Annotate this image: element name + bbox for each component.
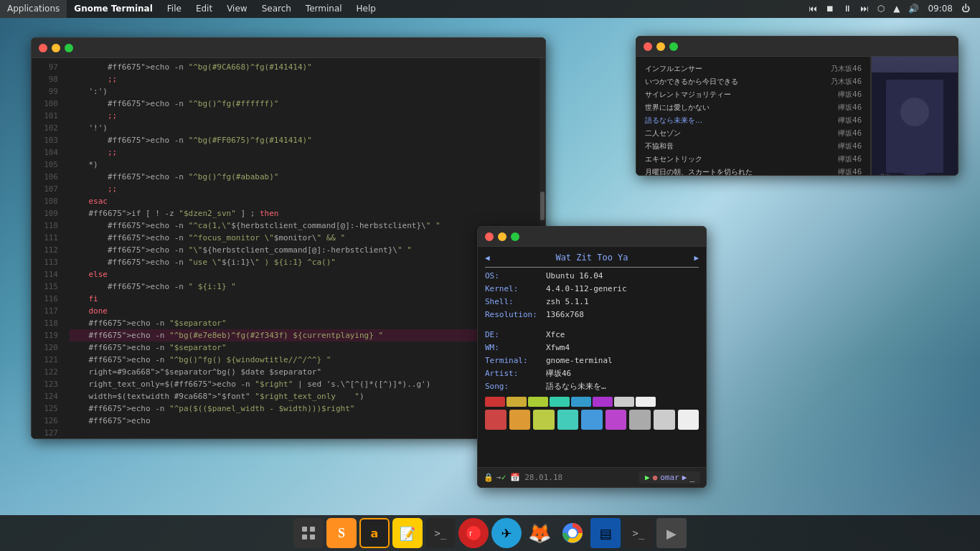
taskbar-amazon[interactable]: a: [359, 518, 390, 548]
music-item-artist: 乃木坂46: [831, 64, 862, 74]
line-number: 114: [32, 268, 58, 281]
color-swatch: [528, 397, 548, 407]
taskbar-terminal2[interactable]: >_: [623, 518, 654, 548]
music-body: インフルエンサー乃木坂46いつかできるから今日できる乃木坂46サイレントマジョリ…: [636, 57, 958, 176]
menu-terminal[interactable]: Terminal: [298, 0, 349, 18]
menu-file[interactable]: File: [160, 0, 189, 18]
music-list-item[interactable]: いつかできるから今日できる乃木坂46: [642, 75, 864, 88]
menu-edit[interactable]: Edit: [189, 0, 220, 18]
music-list-item[interactable]: エキセントリック欅坂46: [642, 153, 864, 166]
code-line: #ff6675">echo -n " ${i:1} ": [70, 281, 534, 293]
color-swatch-large: [509, 410, 531, 430]
fetch-colors-row2: [485, 410, 699, 430]
music-item-artist: 欅坂46: [838, 116, 862, 126]
fetch-song-label: Song:: [485, 381, 546, 392]
line-number: 112: [32, 244, 58, 256]
fetch-terminal-value: gnome-terminal: [546, 355, 613, 367]
fetch-min-btn[interactable]: [498, 232, 507, 241]
code-line: else: [70, 268, 534, 281]
music-titlebar: [636, 37, 958, 57]
line-number: 123: [32, 378, 58, 390]
music-item-artist: 欅坂46: [838, 154, 862, 164]
line-number: 109: [32, 207, 58, 220]
taskbar-sublime[interactable]: S: [326, 518, 357, 548]
fetch-status-left: 🔒 →: [484, 473, 501, 482]
svg-point-9: [466, 526, 481, 540]
music-list-item[interactable]: インフルエンサー乃木坂46: [642, 62, 864, 75]
line-number: 106: [32, 171, 58, 183]
music-list-item[interactable]: 世界には愛しかない欅坂46: [642, 101, 864, 114]
taskbar-telegram[interactable]: ✈: [491, 518, 522, 548]
media-prev[interactable]: ⏮: [804, 0, 821, 18]
clock: 09:08: [923, 0, 957, 18]
menu-help[interactable]: Help: [349, 0, 383, 18]
fetch-kernel-label: Kernel:: [485, 283, 546, 295]
svg-rect-6: [310, 527, 315, 532]
taskbar-app-red[interactable]: r: [458, 518, 489, 548]
code-line: width=$(textwidth #9ca668">"$font" "$rig…: [70, 390, 534, 402]
fetch-artist-label: Artist:: [485, 368, 546, 380]
code-line: fi: [70, 293, 534, 305]
taskbar-terminal[interactable]: >_: [425, 518, 456, 548]
line-number: 102: [32, 122, 58, 134]
code-line: #ff6675">echo -n "^ca(1,\"${herbstclient…: [70, 220, 534, 232]
taskbar-panel-extra[interactable]: ▶: [656, 518, 687, 548]
music-list-item[interactable]: サイレントマジョリティー欅坂46: [642, 88, 864, 101]
fetch-prompt[interactable]: ▶ ● omar ▶ _: [639, 471, 700, 484]
line-number: 105: [32, 159, 58, 171]
media-pause[interactable]: ⏸: [839, 0, 856, 18]
line-number: 117: [32, 305, 58, 317]
volume-icon[interactable]: 🔊: [904, 0, 923, 18]
taskbar-apps-grid[interactable]: [293, 518, 324, 548]
media-next[interactable]: ⏭: [856, 0, 873, 18]
close-button[interactable]: [39, 44, 47, 52]
music-item-title: サイレントマジョリティー: [645, 90, 731, 100]
code-content[interactable]: #ff6675">echo -n "^bg(#9CA668)^fg(#14141…: [64, 58, 540, 438]
music-item-title: 語るなら未来を…: [645, 116, 702, 126]
line-number: 126: [32, 415, 58, 427]
scroll-thumb[interactable]: [540, 192, 545, 220]
fetch-titlebar: [478, 227, 706, 247]
code-line: #ff6675">echo -n "\"${herbstclient_comma…: [70, 244, 534, 256]
color-swatch: [485, 397, 505, 407]
music-item-artist: 欅坂46: [838, 103, 862, 113]
line-number: 115: [32, 281, 58, 293]
menu-search[interactable]: Search: [255, 0, 298, 18]
color-swatch: [614, 397, 634, 407]
music-max-btn[interactable]: [669, 42, 678, 51]
music-item-artist: 欅坂46: [838, 90, 862, 100]
fetch-resolution-label: Resolution:: [485, 309, 546, 321]
code-line: #ff6675">echo -n "^bg(#e7e8eb)^fg(#2f343…: [70, 329, 534, 342]
color-swatch: [507, 397, 527, 407]
taskbar-task-manager[interactable]: ▤: [590, 518, 621, 548]
fetch-title-row: ◀ Wat Zit Too Ya ▶: [485, 253, 699, 263]
fetch-song-row: Song: 語るなら未来を…: [485, 381, 699, 392]
music-list-item[interactable]: 月曜日の朝、スカートを切られた欅坂46: [642, 166, 864, 176]
code-line: #ff6675">echo -n "$separator": [70, 317, 534, 329]
maximize-button[interactable]: [65, 44, 73, 52]
music-list-item[interactable]: 語るなら未来を…欅坂46: [642, 114, 864, 127]
taskbar-firefox[interactable]: 🦊: [524, 518, 555, 548]
fetch-close-btn[interactable]: [485, 232, 494, 241]
svg-point-13: [569, 529, 576, 537]
code-line: esac: [70, 195, 534, 207]
music-min-btn[interactable]: [656, 42, 665, 51]
taskbar-notes[interactable]: 📝: [392, 518, 423, 548]
music-list-item[interactable]: 二人セゾン欅坂46: [642, 127, 864, 140]
music-list-item[interactable]: 不協和音欅坂46: [642, 140, 864, 153]
music-item-artist: 乃木坂46: [831, 77, 862, 87]
color-swatch-large: [606, 410, 627, 430]
color-swatch: [636, 397, 656, 407]
calendar-icon: 📅: [510, 473, 520, 482]
applications-menu[interactable]: Applications: [0, 0, 67, 18]
line-numbers: 9798991001011021031041051061071081091101…: [32, 58, 64, 438]
music-close-btn[interactable]: [644, 42, 652, 51]
menu-view[interactable]: View: [220, 0, 254, 18]
media-stop[interactable]: ⏹: [821, 0, 839, 18]
taskbar-chrome[interactable]: [557, 518, 588, 548]
minimize-button[interactable]: [52, 44, 60, 52]
fetch-terminal-row: Terminal: gnome-terminal: [485, 355, 699, 367]
fetch-max-btn[interactable]: [511, 232, 519, 241]
line-number: 122: [32, 366, 58, 378]
music-list: インフルエンサー乃木坂46いつかできるから今日できる乃木坂46サイレントマジョリ…: [636, 57, 870, 176]
